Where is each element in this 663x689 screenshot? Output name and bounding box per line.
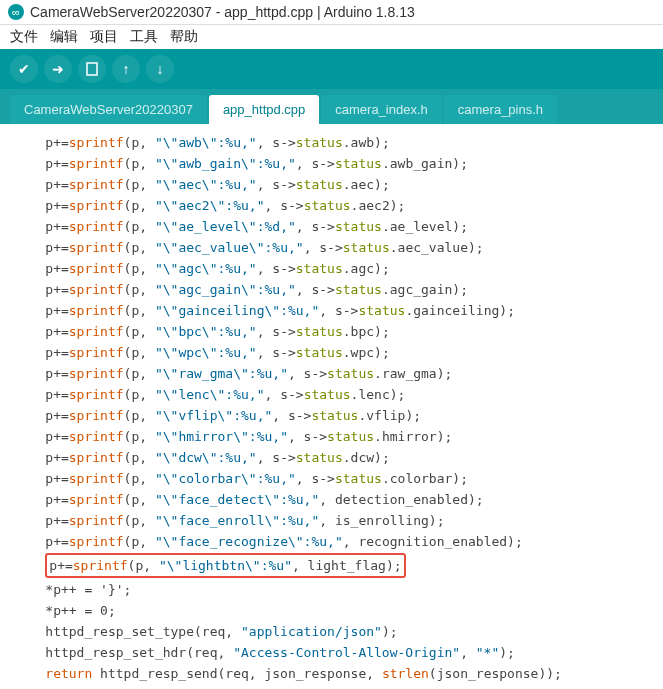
titlebar: ∞ CameraWebServer20220307 - app_httpd.cp… — [0, 0, 663, 25]
tab-camera-index[interactable]: camera_index.h — [321, 95, 442, 124]
tab-camera-pins[interactable]: camera_pins.h — [444, 95, 557, 124]
menu-help[interactable]: 帮助 — [170, 28, 198, 46]
tab-camerawebserver[interactable]: CameraWebServer20220307 — [10, 95, 207, 124]
menu-project[interactable]: 项目 — [90, 28, 118, 46]
svg-rect-0 — [87, 63, 97, 75]
menu-file[interactable]: 文件 — [10, 28, 38, 46]
upload-button[interactable]: ➜ — [44, 55, 72, 83]
menubar: 文件 编辑 项目 工具 帮助 — [0, 25, 663, 49]
code-editor[interactable]: p+=sprintf(p, "\"awb\":%u,", s->status.a… — [0, 124, 663, 689]
tab-app-httpd[interactable]: app_httpd.cpp — [209, 95, 319, 124]
new-button[interactable] — [78, 55, 106, 83]
window-title: CameraWebServer20220307 - app_httpd.cpp … — [30, 4, 415, 20]
menu-tools[interactable]: 工具 — [130, 28, 158, 46]
toolbar: ✔ ➜ ↑ ↓ — [0, 49, 663, 89]
save-button[interactable]: ↓ — [146, 55, 174, 83]
open-button[interactable]: ↑ — [112, 55, 140, 83]
menu-edit[interactable]: 编辑 — [50, 28, 78, 46]
verify-button[interactable]: ✔ — [10, 55, 38, 83]
tabbar: CameraWebServer20220307 app_httpd.cpp ca… — [0, 89, 663, 124]
arduino-icon: ∞ — [8, 4, 24, 20]
